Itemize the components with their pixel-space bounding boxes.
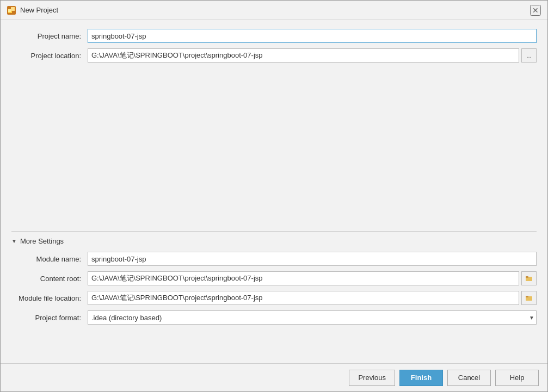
project-format-select[interactable]: .idea (directory based): [88, 310, 537, 325]
dialog-content: Project name: Project location: ... ▼ Mo…: [1, 20, 547, 363]
project-location-input-wrapper: ...: [88, 48, 537, 63]
module-name-input[interactable]: [88, 252, 537, 266]
content-root-input-wrapper: [88, 271, 537, 285]
folder-icon: [525, 275, 533, 282]
svg-rect-3: [8, 9, 11, 12]
project-format-label: Project format:: [11, 314, 88, 322]
module-name-label: Module name:: [11, 255, 88, 263]
module-file-location-row: Module file location:: [11, 291, 537, 305]
finish-button[interactable]: Finish: [399, 370, 443, 386]
module-file-location-label: Module file location:: [11, 294, 88, 302]
new-project-icon: [7, 6, 16, 15]
more-settings-section: ▼ More Settings Module name: Content roo…: [11, 237, 537, 335]
project-format-row: Project format: .idea (directory based) …: [11, 310, 537, 325]
svg-rect-2: [11, 7, 15, 11]
project-location-label: Project location:: [11, 52, 88, 60]
module-file-location-input-wrapper: [88, 291, 537, 305]
dialog-footer: Previous Finish Cancel Help: [1, 363, 547, 391]
project-name-input[interactable]: [88, 29, 537, 43]
project-format-dropdown-wrapper: .idea (directory based) ▼: [88, 310, 537, 325]
more-settings-label: More Settings: [20, 237, 64, 245]
content-root-row: Content root:: [11, 271, 537, 285]
title-bar: New Project ✕: [1, 1, 547, 20]
content-root-input[interactable]: [88, 271, 519, 285]
project-name-label: Project name:: [11, 32, 88, 40]
content-root-browse-button[interactable]: [521, 271, 537, 285]
module-file-location-browse-button[interactable]: [521, 291, 537, 305]
previous-button[interactable]: Previous: [349, 370, 395, 386]
help-button[interactable]: Help: [495, 370, 539, 386]
project-format-select-wrapper: .idea (directory based) ▼: [88, 310, 537, 325]
project-location-row: Project location: ...: [11, 48, 537, 63]
folder-icon-2: [525, 294, 533, 302]
svg-rect-5: [526, 276, 528, 278]
title-bar-left: New Project: [7, 6, 58, 15]
project-location-browse-button[interactable]: ...: [521, 48, 537, 63]
content-root-label: Content root:: [11, 275, 88, 283]
cancel-button[interactable]: Cancel: [447, 370, 491, 386]
dialog-title: New Project: [20, 6, 58, 14]
more-settings-arrow-icon: ▼: [11, 238, 17, 244]
close-button[interactable]: ✕: [530, 5, 541, 16]
module-name-input-wrapper: [88, 252, 537, 266]
middle-area: [11, 68, 537, 231]
new-project-dialog: New Project ✕ Project name: Project loca…: [0, 0, 548, 392]
svg-rect-7: [526, 296, 528, 297]
more-settings-header[interactable]: ▼ More Settings: [11, 237, 537, 245]
module-name-row: Module name:: [11, 252, 537, 266]
project-name-input-wrapper: [88, 29, 537, 43]
project-name-row: Project name:: [11, 29, 537, 43]
module-file-location-input[interactable]: [88, 291, 519, 305]
separator: [11, 231, 537, 232]
project-location-input[interactable]: [88, 48, 519, 63]
